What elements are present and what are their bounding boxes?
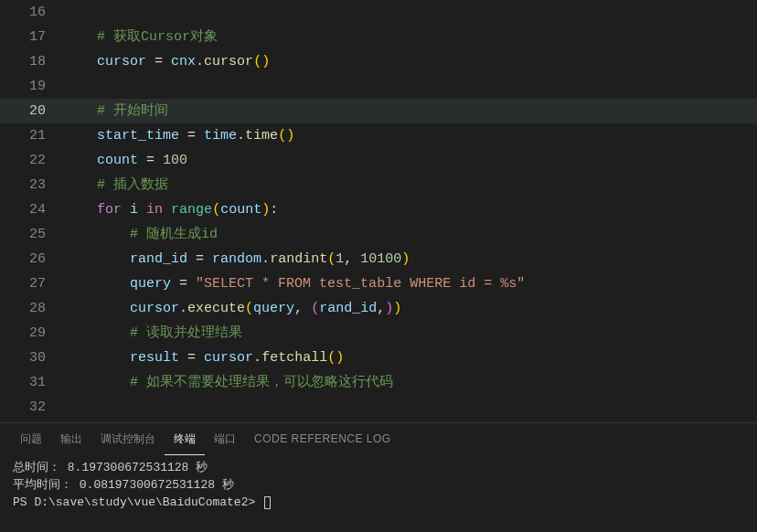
line-number[interactable]: 28 [0, 296, 64, 321]
tab-problems[interactable]: 问题 [11, 423, 51, 455]
token-operator: = [187, 350, 196, 366]
token-paren: ( [212, 202, 220, 218]
code-content[interactable]: # 开始时间 [64, 99, 757, 123]
line-number[interactable]: 25 [0, 222, 64, 247]
line-number[interactable]: 20 [0, 99, 64, 123]
token-paren: ) [393, 301, 401, 316]
line-number[interactable]: 31 [0, 370, 64, 395]
token-paren: ( [245, 301, 253, 316]
code-content[interactable]: # 如果不需要处理结果，可以忽略这行代码 [64, 370, 757, 395]
token-paren: () [278, 128, 294, 144]
line-number[interactable]: 32 [0, 395, 64, 420]
token-plain [187, 251, 196, 267]
token-plain [204, 251, 212, 267]
line-number[interactable]: 24 [0, 197, 64, 222]
token-paren: () [253, 54, 270, 69]
code-line[interactable]: 28 cursor.execute(query, (rand_id,)) [0, 296, 757, 321]
code-line[interactable]: 16 [0, 0, 757, 25]
code-content[interactable]: query = "SELECT * FROM test_table WHERE … [64, 271, 757, 296]
token-plain [179, 128, 187, 144]
line-number[interactable]: 19 [0, 74, 64, 99]
line-number[interactable]: 16 [0, 0, 64, 25]
code-content[interactable]: # 随机生成id [64, 222, 757, 247]
token-plain: , [294, 301, 311, 316]
code-line[interactable]: 24 for i in range(count): [0, 197, 757, 222]
token-plain: . [261, 251, 270, 267]
code-line[interactable]: 22 count = 100 [0, 148, 757, 173]
tab-debug-console[interactable]: 调试控制台 [91, 423, 165, 455]
token-plain [138, 153, 146, 168]
code-line[interactable]: 23 # 插入数据 [0, 173, 757, 197]
code-content[interactable]: rand_id = random.randint(1, 10100) [64, 247, 757, 271]
line-number[interactable]: 26 [0, 247, 64, 271]
token-comment: # 读取并处理结果 [130, 325, 242, 341]
code-editor[interactable]: 16 17 # 获取Cursor对象18 cursor = cnx.cursor… [0, 0, 757, 422]
token-plain [196, 350, 204, 366]
code-line[interactable]: 30 result = cursor.fetchall() [0, 346, 757, 370]
bottom-panel: 问题 输出 调试控制台 终端 端口 CODE REFERENCE LOG 总时间… [0, 422, 757, 532]
code-line[interactable]: 19 [0, 74, 757, 99]
token-number: 10100 [360, 251, 401, 267]
token-operator: = [155, 54, 163, 69]
token-plain [171, 276, 179, 292]
token-operator: = [146, 153, 155, 168]
line-number[interactable]: 21 [0, 123, 64, 148]
line-number[interactable]: 17 [0, 25, 64, 49]
line-number[interactable]: 23 [0, 173, 64, 197]
token-variable: i [130, 202, 138, 218]
code-line[interactable]: 27 query = "SELECT * FROM test_table WHE… [0, 271, 757, 296]
token-plain [146, 54, 155, 69]
line-number[interactable]: 18 [0, 49, 64, 74]
token-keyword: for [97, 202, 122, 218]
token-variable: result [130, 350, 179, 366]
token-paren: () [327, 350, 344, 366]
line-number[interactable]: 30 [0, 346, 64, 370]
token-variable: time [204, 128, 237, 144]
token-operator: = [196, 251, 204, 267]
token-funccall: cursor [204, 54, 253, 69]
token-number: 100 [163, 153, 187, 168]
code-line[interactable]: 17 # 获取Cursor对象 [0, 25, 757, 49]
code-content[interactable]: cursor.execute(query, (rand_id,)) [64, 296, 757, 321]
terminal-prompt: PS D:\save\study\vue\BaiduComate2> [13, 494, 744, 511]
token-plain [155, 153, 163, 168]
code-content[interactable]: start_time = time.time() [64, 123, 757, 148]
code-content[interactable]: result = cursor.fetchall() [64, 346, 757, 370]
code-line[interactable]: 31 # 如果不需要处理结果，可以忽略这行代码 [0, 370, 757, 395]
token-string: "SELECT * FROM test_table WHERE id = %s" [196, 276, 525, 292]
token-number: 1 [336, 251, 344, 267]
code-line[interactable]: 32 [0, 395, 757, 420]
tab-terminal[interactable]: 终端 [165, 423, 205, 455]
line-number[interactable]: 22 [0, 148, 64, 173]
code-content[interactable]: # 获取Cursor对象 [64, 25, 757, 49]
token-plain: . [196, 54, 204, 69]
token-variable: start_time [97, 128, 179, 144]
token-variable: count [220, 202, 261, 218]
code-content[interactable] [64, 0, 757, 25]
token-paren: ) [401, 251, 410, 267]
token-variable: query [253, 301, 294, 316]
code-line[interactable]: 21 start_time = time.time() [0, 123, 757, 148]
token-variable: random [212, 251, 261, 267]
code-line[interactable]: 25 # 随机生成id [0, 222, 757, 247]
code-content[interactable] [64, 395, 757, 420]
tab-ports[interactable]: 端口 [205, 423, 245, 455]
code-content[interactable]: # 读取并处理结果 [64, 321, 757, 346]
line-number[interactable]: 27 [0, 271, 64, 296]
line-number[interactable]: 29 [0, 321, 64, 346]
code-line[interactable]: 20 # 开始时间 [0, 99, 757, 123]
code-line[interactable]: 26 rand_id = random.randint(1, 10100) [0, 247, 757, 271]
code-content[interactable]: # 插入数据 [64, 173, 757, 197]
token-builtin: range [171, 202, 212, 218]
code-line[interactable]: 18 cursor = cnx.cursor() [0, 49, 757, 74]
code-content[interactable] [64, 74, 757, 99]
code-line[interactable]: 29 # 读取并处理结果 [0, 321, 757, 346]
token-plain [122, 202, 130, 218]
tab-code-reference-log[interactable]: CODE REFERENCE LOG [245, 423, 400, 455]
code-content[interactable]: cursor = cnx.cursor() [64, 49, 757, 74]
tab-output[interactable]: 输出 [51, 423, 91, 455]
code-content[interactable]: for i in range(count): [64, 197, 757, 222]
terminal-output[interactable]: 总时间： 8.197300672531128 秒 平均时间： 0.0819730… [0, 455, 757, 532]
token-operator: = [187, 128, 196, 144]
code-content[interactable]: count = 100 [64, 148, 757, 173]
